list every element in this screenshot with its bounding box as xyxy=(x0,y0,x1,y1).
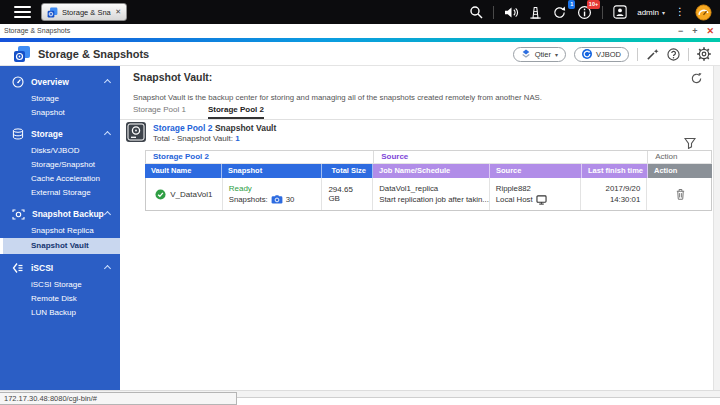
vjbod-button[interactable]: VJBOD xyxy=(574,47,629,62)
sidebar-item-snapshot-vault[interactable]: Snapshot Vault xyxy=(0,238,120,254)
sidebar-item-snapshot[interactable]: Snapshot xyxy=(0,106,120,120)
background-tasks-icon[interactable]: 1 xyxy=(552,5,567,20)
scrollbar-track[interactable] xyxy=(713,66,720,390)
sidebar-item-storage[interactable]: Storage xyxy=(0,92,120,106)
sidebar-item-disks-vjbod[interactable]: Disks/VJBOD xyxy=(0,144,120,158)
breadcrumb-bar: Storage & Snapshots − + ✕ xyxy=(0,24,720,38)
taskbar-right-icons: 1 10+ admin ▾ ⋮ xyxy=(469,4,712,21)
user-name-label: admin xyxy=(637,8,659,17)
cell-source: Ripple882 Local Host xyxy=(490,178,582,210)
search-icon[interactable] xyxy=(469,5,483,19)
cell-action xyxy=(647,178,711,210)
source-host-text: Local Host xyxy=(496,194,533,205)
user-menu[interactable]: admin ▾ xyxy=(637,8,665,17)
more-options-icon[interactable]: ⋮ xyxy=(675,7,685,17)
sidebar-item-storage-snapshot[interactable]: Storage/Snapshot xyxy=(0,158,120,172)
col-vault-name[interactable]: Vault Name xyxy=(145,164,222,178)
group-header-action: Action xyxy=(647,151,711,163)
close-button[interactable]: ✕ xyxy=(706,24,714,38)
refresh-icon[interactable] xyxy=(690,71,703,89)
job-name-text: DataVol1_replica xyxy=(379,183,483,194)
external-device-icon[interactable] xyxy=(529,6,542,19)
chevron-up-icon[interactable] xyxy=(104,79,111,86)
tab-storage-pool-2[interactable]: Storage Pool 2 xyxy=(208,105,264,119)
col-action: Action xyxy=(648,164,712,178)
pool-total: Total - Snapshot Vault: 1 xyxy=(153,134,240,143)
storage-snapshots-app-icon xyxy=(13,45,31,63)
pool-total-label: Total - Snapshot Vault: xyxy=(153,134,233,143)
resource-monitor-icon[interactable] xyxy=(695,4,712,21)
ready-check-icon xyxy=(155,189,166,200)
minimize-button[interactable]: − xyxy=(678,24,683,38)
col-source[interactable]: Source xyxy=(490,164,582,178)
vjbod-label: VJBOD xyxy=(596,50,621,59)
taskbar-separator xyxy=(493,6,494,19)
snapshot-vault-icon xyxy=(125,121,147,147)
maximize-button[interactable]: + xyxy=(692,24,697,38)
help-icon[interactable] xyxy=(667,48,680,61)
status-text: Ready xyxy=(229,183,316,194)
cell-total-size: 294.65 GB xyxy=(322,178,373,210)
qtier-caret-icon: ▾ xyxy=(555,51,558,58)
total-size-text: 294.65 GB xyxy=(328,185,366,203)
tabs-divider xyxy=(120,119,713,120)
settings-gear-icon[interactable] xyxy=(697,47,711,61)
sidebar-section-overview[interactable]: Overview xyxy=(0,72,120,92)
col-last-finish-time[interactable]: Last finish time xyxy=(582,164,648,178)
group-header-source: Source xyxy=(373,151,647,163)
table-row[interactable]: V_DataVol1 Ready Snapshots: 30 294.65 GB… xyxy=(145,178,712,211)
user-avatar-icon[interactable] xyxy=(613,5,627,19)
app-tab-storage-snapshots[interactable]: Storage & Sna... ✕ xyxy=(41,3,127,21)
header-toolbar: Qtier ▾ VJBOD xyxy=(513,42,711,66)
notifications-sound-icon[interactable] xyxy=(504,6,519,19)
qts-screen: Storage & Sna... ✕ 1 10+ xyxy=(0,0,720,405)
job-schedule-text: Start replication job after takin... xyxy=(379,194,483,205)
app-tab-close-icon[interactable]: ✕ xyxy=(115,8,121,16)
sidebar-section-label: Snapshot Backup xyxy=(32,209,104,219)
finish-time-text: 14:30:01 xyxy=(610,194,640,205)
event-notifications-icon[interactable]: 10+ xyxy=(577,5,592,20)
snapshot-vault-table: Storage Pool 2 Source Action Vault Name … xyxy=(145,150,712,211)
chevron-up-icon[interactable] xyxy=(104,131,111,138)
sidebar-item-lun-backup[interactable]: LUN Backup xyxy=(0,306,120,320)
delete-trash-icon[interactable] xyxy=(675,188,686,200)
browser-status-url: 172.17.30.48:8080/cgi-bin/# xyxy=(0,392,237,405)
sidebar-item-iscsi-storage[interactable]: iSCSI Storage xyxy=(0,278,120,292)
content-title: Snapshot Vault: xyxy=(133,71,212,83)
qtier-button[interactable]: Qtier ▾ xyxy=(513,47,566,62)
cell-snapshot: Ready Snapshots: 30 xyxy=(223,178,323,210)
sidebar-section-label: Storage xyxy=(31,129,63,139)
content-description: Snapshot Vault is the backup center for … xyxy=(133,93,542,102)
table-group-header: Storage Pool 2 Source Action xyxy=(145,150,712,164)
chevron-up-icon[interactable] xyxy=(104,265,111,272)
sidebar-section-iscsi[interactable]: iSCSI xyxy=(0,258,120,278)
overview-gauge-icon xyxy=(12,76,24,88)
storage-disks-icon xyxy=(12,128,24,140)
table-column-headers: Vault Name Snapshot Total Size Job Name/… xyxy=(145,164,712,178)
app-tab-label: Storage & Sna... xyxy=(62,8,111,17)
taskbar-separator xyxy=(602,6,603,19)
vault-name-text: V_DataVol1 xyxy=(170,190,212,199)
col-job-name-schedule[interactable]: Job Name/Schedule xyxy=(373,164,490,178)
qtier-icon xyxy=(521,49,531,59)
col-total-size[interactable]: Total Size xyxy=(322,164,373,178)
chevron-up-icon[interactable] xyxy=(104,211,111,218)
tab-storage-pool-1[interactable]: Storage Pool 1 xyxy=(133,105,186,119)
pool-tabs: Storage Pool 1 Storage Pool 2 xyxy=(133,105,264,119)
main-menu-icon[interactable] xyxy=(14,6,31,18)
sidebar-section-snapshot-backup[interactable]: Snapshot Backup xyxy=(0,204,120,224)
cell-last-finish-time: 2017/9/20 14:30:01 xyxy=(581,178,647,210)
user-menu-caret-icon: ▾ xyxy=(662,9,665,16)
group-header-pool: Storage Pool 2 xyxy=(146,151,373,163)
sidebar-section-storage[interactable]: Storage xyxy=(0,124,120,144)
sidebar-item-snapshot-replica[interactable]: Snapshot Replica xyxy=(0,224,120,238)
sidebar-item-cache-acceleration[interactable]: Cache Acceleration xyxy=(0,172,120,186)
col-snapshot[interactable]: Snapshot xyxy=(222,164,322,178)
wizard-wand-icon[interactable] xyxy=(646,48,659,61)
pool-name-link[interactable]: Storage Pool 2 xyxy=(153,123,213,133)
sidebar-item-remote-disk[interactable]: Remote Disk xyxy=(0,292,120,306)
pool-heading: Storage Pool 2 Snapshot Vault xyxy=(153,123,276,133)
vjbod-icon xyxy=(582,49,592,59)
sidebar-item-external-storage[interactable]: External Storage xyxy=(0,186,120,200)
qts-taskbar: Storage & Sna... ✕ 1 10+ xyxy=(0,0,720,24)
